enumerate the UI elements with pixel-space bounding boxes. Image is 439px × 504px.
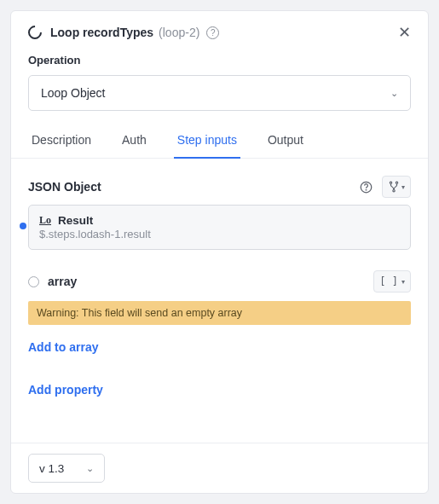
add-to-array-button[interactable]: Add to array <box>28 340 411 354</box>
json-result-title: Result <box>58 214 93 227</box>
chevron-down-icon: ▾ <box>401 278 405 286</box>
svg-point-4 <box>393 190 395 192</box>
step-inputs-body: JSON Object ▾ <box>11 159 428 443</box>
operation-value: Loop Object <box>41 86 106 100</box>
version-value: v 1.3 <box>39 462 64 475</box>
panel-header: Loop recordTypes (loop-2) ? ✕ <box>11 11 428 45</box>
panel-title: Loop recordTypes <box>50 26 153 39</box>
linked-indicator-icon <box>20 223 26 229</box>
svg-point-3 <box>396 182 397 183</box>
tab-description[interactable]: Description <box>28 125 95 159</box>
help-icon[interactable]: ? <box>206 26 219 39</box>
step-config-panel: Loop recordTypes (loop-2) ? ✕ Operation … <box>10 10 429 494</box>
chevron-down-icon: ▾ <box>401 183 405 191</box>
operation-label: Operation <box>11 45 428 68</box>
operation-select[interactable]: Loop Object ⌄ <box>28 75 411 111</box>
field-mode-toggle[interactable]: ▾ <box>382 176 411 198</box>
json-result-path: $.steps.lodash-1.result <box>39 228 400 240</box>
array-warning: Warning: This field will send an empty a… <box>28 301 411 325</box>
array-label: array <box>48 275 77 288</box>
svg-point-2 <box>390 182 391 183</box>
json-object-value[interactable]: Lo Result $.steps.lodash-1.result <box>28 205 411 250</box>
tab-step-inputs[interactable]: Step inputs <box>174 125 240 159</box>
svg-point-1 <box>366 189 367 190</box>
tab-output[interactable]: Output <box>264 125 307 159</box>
chevron-down-icon: ⌄ <box>390 88 398 99</box>
array-type-symbol: [ ] <box>379 275 398 287</box>
array-row: array [ ] ▾ <box>28 270 411 293</box>
tab-auth[interactable]: Auth <box>118 125 150 159</box>
lodash-icon: Lo <box>39 214 51 227</box>
version-select[interactable]: v 1.3 ⌄ <box>28 454 105 483</box>
close-icon[interactable]: ✕ <box>398 25 411 40</box>
branch-icon <box>388 181 400 193</box>
array-type-select[interactable]: [ ] ▾ <box>373 270 411 293</box>
panel-footer: v 1.3 ⌄ <box>11 443 428 493</box>
panel-step-id: (loop-2) <box>159 26 199 39</box>
chevron-down-icon: ⌄ <box>86 463 94 474</box>
radio-empty-icon[interactable] <box>28 276 39 287</box>
json-object-label: JSON Object <box>28 180 101 194</box>
json-object-row: JSON Object ▾ <box>28 176 411 198</box>
field-help-icon[interactable] <box>355 176 377 198</box>
add-property-button[interactable]: Add property <box>28 383 411 397</box>
tab-bar: Description Auth Step inputs Output <box>11 125 428 159</box>
loop-icon <box>26 23 45 43</box>
